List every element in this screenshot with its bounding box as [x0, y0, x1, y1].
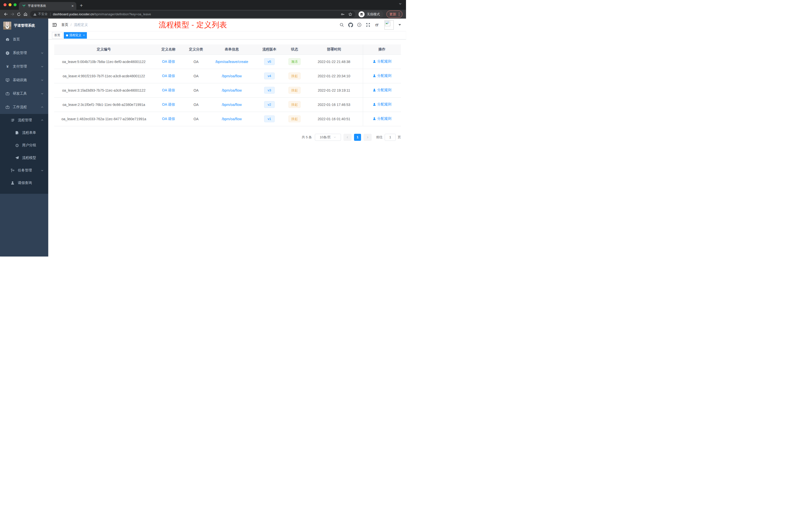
tag-close-icon[interactable]: ×	[83, 32, 85, 38]
definition-name-link[interactable]: OA 请假	[153, 69, 183, 83]
definition-name-link[interactable]: OA 请假	[153, 83, 183, 97]
assign-rule-button[interactable]: 分配规则	[373, 73, 392, 78]
sidebar-item-dev-tools[interactable]: 研发工具	[0, 87, 48, 100]
assign-rule-label: 分配规则	[377, 73, 392, 78]
tab-search-chevron-icon[interactable]	[399, 2, 402, 5]
sidebar-item-label: 研发工具	[13, 91, 27, 96]
column-header-category: 定义分类	[183, 44, 208, 55]
table-row: oa_leave:3:1fad3d93-7b75-11ec-a3c8-acde4…	[54, 83, 401, 97]
app-window: 芋道管理系统 首页 系统管理 ¥ 支付管理 基础设施	[0, 19, 406, 256]
version-badge: v3	[264, 87, 275, 94]
favicon-sprout-icon	[22, 4, 26, 8]
sidebar-item-infrastructure[interactable]: 基础设施	[0, 73, 48, 87]
goto-label: 前往	[376, 135, 383, 140]
sidebar-logo[interactable]: 芋道管理系统	[0, 19, 48, 33]
table-row: oa_leave:1:482ec033-762a-11ec-8477-a2380…	[54, 112, 401, 126]
chevron-down-icon	[41, 52, 44, 55]
definition-id-cell: oa_leave:3:1fad3d93-7b75-11ec-a3c8-acde4…	[54, 83, 153, 97]
search-icon[interactable]	[339, 22, 345, 28]
list-icon	[10, 118, 14, 122]
table-header-row: 定义编号 定义名称 定义分类 表单信息 流程版本 状态 部署时间 操作	[54, 44, 401, 55]
window-zoom-button[interactable]	[13, 3, 17, 6]
tag-process-definition[interactable]: 流程定义 ×	[64, 32, 87, 39]
form-info-link[interactable]: /bpm/oa/flow	[209, 69, 255, 83]
definition-name-link[interactable]: OA 请假	[153, 55, 183, 69]
page-size-select[interactable]: 10条/页	[315, 134, 341, 141]
sidebar-item-system[interactable]: 系统管理	[0, 46, 48, 60]
definition-name-link[interactable]: OA 请假	[153, 97, 183, 112]
window-close-button[interactable]	[3, 3, 6, 6]
forward-icon[interactable]	[9, 11, 16, 18]
browser-tab[interactable]: 芋道管理系统 ✕	[19, 2, 76, 10]
person-icon	[373, 103, 376, 106]
definition-id-cell: oa_leave:2:3c1f0ef1-76b1-11ec-9c66-a2380…	[54, 97, 153, 112]
back-icon[interactable]	[2, 11, 9, 18]
sidebar-item-label: 用户分组	[22, 143, 36, 148]
sidebar-item-home[interactable]: 首页	[0, 33, 48, 46]
sidebar-item-label: 基础设施	[13, 78, 27, 82]
sidebar-item-leave-query[interactable]: 请假查询	[0, 177, 48, 189]
content-area: 定义编号 定义名称 定义分类 表单信息 流程版本 状态 部署时间 操作 oa_l…	[48, 39, 406, 141]
not-secure-warning-icon[interactable]	[33, 12, 37, 16]
assign-rule-button[interactable]: 分配规则	[373, 59, 392, 64]
status-badge: 挂起	[289, 72, 300, 79]
monitor-chart-icon	[5, 78, 9, 82]
help-question-icon[interactable]: ?	[356, 22, 362, 28]
sidebar-item-workflow[interactable]: 工作流程	[0, 100, 48, 114]
person-icon	[373, 74, 376, 78]
browser-menu-icon[interactable]	[399, 12, 400, 16]
sidebar-item-task-management[interactable]: 任务管理	[0, 164, 48, 177]
sidebar-collapse-icon[interactable]	[52, 22, 57, 27]
form-info-link[interactable]: /bpm/oa/flow	[209, 83, 255, 97]
sidebar-item-process-model[interactable]: 流程模型	[0, 152, 48, 164]
window-controls	[3, 3, 17, 6]
sidebar-item-label: 工作流程	[13, 105, 27, 110]
deploy-time-cell: 2022-01-16 17:46:53	[305, 97, 363, 112]
sidebar-item-process-management[interactable]: 流程管理	[0, 114, 48, 126]
annotation-title: 流程模型 - 定义列表	[159, 20, 227, 30]
sidebar-item-label: 任务管理	[18, 168, 32, 173]
window-minimize-button[interactable]	[8, 3, 11, 6]
definition-category-cell: OA	[183, 83, 208, 97]
bookmark-star-icon[interactable]	[348, 12, 352, 16]
url-bar[interactable]: 不安全 dashboard.yudao.iocoder.cn/bpm/manag…	[30, 11, 355, 18]
column-header-deploy-time: 部署时间	[305, 44, 363, 55]
assign-rule-button[interactable]: 分配规则	[373, 88, 392, 92]
url-text[interactable]: dashboard.yudao.iocoder.cn/bpm/manager/d…	[53, 12, 339, 16]
version-badge: v4	[264, 72, 275, 79]
next-page-button[interactable]	[364, 134, 372, 141]
form-info-link[interactable]: /bpm/oa/flow	[209, 112, 255, 126]
definition-name-link[interactable]: OA 请假	[153, 112, 183, 126]
definition-table: 定义编号 定义名称 定义分类 表单信息 流程版本 状态 部署时间 操作 oa_l…	[54, 44, 401, 126]
prev-page-button[interactable]	[344, 134, 351, 141]
definition-id-cell: oa_leave:4:991f2193-7b7f-11ec-a3c8-acde4…	[54, 69, 153, 83]
main-area: 流程模型 - 定义列表 首页 / 流程定义 ?	[48, 19, 406, 256]
tab-close-icon[interactable]: ✕	[71, 4, 74, 8]
form-info-link[interactable]: /bpm/oa/leave/create	[209, 55, 255, 69]
sidebar-item-process-form[interactable]: 流程表单	[0, 126, 48, 139]
assign-rule-button[interactable]: 分配规则	[373, 102, 392, 107]
sidebar-item-payment[interactable]: ¥ 支付管理	[0, 60, 48, 73]
font-size-icon[interactable]: tT	[374, 22, 380, 28]
table-row: oa_leave:4:991f2193-7b7f-11ec-a3c8-acde4…	[54, 69, 401, 83]
form-info-link[interactable]: /bpm/oa/flow	[209, 97, 255, 112]
avatar-dropdown-caret-icon[interactable]	[399, 24, 401, 26]
new-tab-button[interactable]: +	[80, 2, 83, 9]
table-row: oa_leave:2:3c1f0ef1-76b1-11ec-9c66-a2380…	[54, 97, 401, 112]
github-icon[interactable]	[348, 22, 353, 28]
fullscreen-icon[interactable]	[365, 22, 371, 28]
tag-home[interactable]: 首页	[52, 32, 62, 39]
incognito-badge: 无痕模式	[358, 10, 383, 18]
key-icon[interactable]	[341, 12, 345, 16]
reload-icon[interactable]	[16, 11, 22, 18]
home-icon[interactable]	[22, 11, 29, 18]
browser-update-button[interactable]: 更新	[386, 10, 403, 18]
toolbox-icon	[5, 92, 9, 96]
breadcrumb-home[interactable]: 首页	[61, 23, 68, 27]
assign-rule-button[interactable]: 分配规则	[373, 117, 392, 121]
sidebar-item-user-group[interactable]: 用户分组	[0, 139, 48, 152]
current-page-button[interactable]: 1	[354, 134, 361, 141]
goto-page-input[interactable]	[385, 134, 396, 141]
definition-id-cell: oa_leave:5:004b710b-7b8a-11ec-8ef0-acde4…	[54, 55, 153, 69]
avatar-broken-image[interactable]	[384, 20, 394, 30]
